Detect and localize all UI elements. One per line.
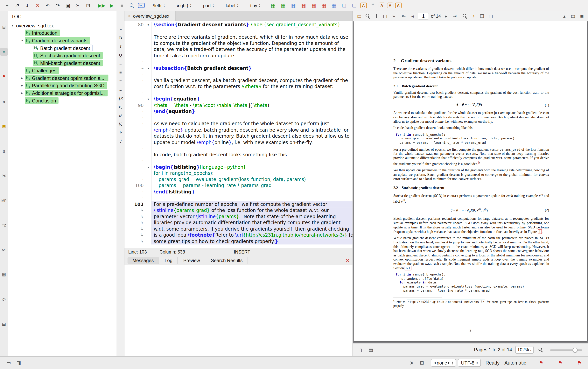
left-delimiter-dropdown[interactable]: \left(▴▾: [152, 1, 166, 10]
fontsize-dropdown[interactable]: tiny▴▾: [249, 1, 261, 10]
reference-dropdown[interactable]: label▴▾: [224, 1, 239, 10]
cut-column-icon[interactable]: ▦: [320, 1, 328, 10]
editor-line-text[interactable]: There are three variants of gradient des…: [152, 34, 352, 40]
editor-line-text[interactable]: \begin{lstlisting}[language=python]: [152, 164, 352, 170]
add-column-icon[interactable]: ▦: [289, 1, 298, 10]
editor-line[interactable]: ·: [124, 195, 352, 201]
editor-line[interactable]: ·: [124, 90, 352, 96]
editor-line-text[interactable]: \theta = \theta - \eta \cdot \nabla_\the…: [152, 102, 352, 109]
magnifier-tool-icon[interactable]: [365, 12, 371, 20]
compile-icon[interactable]: ▶: [108, 1, 116, 10]
remove-row-icon[interactable]: ▦: [299, 1, 308, 10]
editor-line[interactable]: cost function w.r.t. to the parameters $…: [124, 84, 352, 90]
toc-root-item[interactable]: ▾overview_sgd.tex: [8, 22, 116, 29]
editor-line-text[interactable]: \begin{equation}: [152, 96, 352, 102]
fold-marker-icon[interactable]: ▾: [145, 96, 151, 102]
editor-line-text[interactable]: In code, batch gradient descent looks so…: [152, 152, 352, 158]
editor-line-text[interactable]: params_grad = evaluate_gradient(loss_fun…: [152, 176, 352, 183]
fold-marker-icon[interactable]: ▾: [145, 65, 151, 71]
editor-line-text[interactable]: \emph{one} update, batch gradient descen…: [152, 127, 352, 133]
toc-item[interactable]: H1Challenges: [8, 67, 116, 74]
editor-line-text[interactable]: As we need to calculate the gradients fo…: [152, 121, 352, 127]
editor-line[interactable]: ·: [124, 59, 352, 65]
editor-line[interactable]: –In code, batch gradient descent looks s…: [124, 152, 352, 158]
editor-line-text[interactable]: \subsection{Batch gradient descent}: [152, 65, 352, 71]
editor-line[interactable]: ·\end{equation}: [124, 108, 352, 114]
structure-panel-icon[interactable]: ≡: [0, 48, 8, 56]
editor-line-text[interactable]: [152, 59, 352, 65]
include-file-icon[interactable]: ❏: [340, 1, 348, 10]
sectioning-dropdown[interactable]: part▴▾: [202, 1, 215, 10]
editor-line-text[interactable]: for i in range(nb_epochs):: [152, 170, 352, 176]
underline-icon[interactable]: U: [117, 52, 124, 58]
editor-line[interactable]: time it takes to perform an update.: [124, 53, 352, 59]
tree-arrow-icon[interactable]: ▾: [20, 39, 25, 42]
editor-line[interactable]: 100params = params - learning_rate * par…: [124, 183, 352, 189]
pdf-ref-link[interactable]: 6.1: [405, 266, 411, 270]
build-and-view-icon[interactable]: ▶▶: [97, 1, 106, 10]
preview-panel-icon[interactable]: ⬓: [0, 320, 8, 328]
panel-tab-messages[interactable]: Messages: [128, 257, 159, 264]
close-file-icon[interactable]: ⊘: [33, 1, 41, 10]
input-file-icon[interactable]: ❏: [350, 1, 358, 10]
fold-marker-icon[interactable]: ▾: [145, 22, 151, 28]
badbox-marker-icon[interactable]: ⚑: [575, 359, 583, 367]
xy-panel-icon[interactable]: XY: [0, 296, 8, 304]
editor-line[interactable]: 80▾\section{Gradient descent variants} \…: [124, 22, 352, 28]
text-style-icon[interactable]: A: [360, 2, 367, 8]
editor-line[interactable]: ·▾\begin{lstlisting}[language=python]: [124, 164, 352, 170]
editor-line[interactable]: ·▾\begin{equation}: [124, 96, 352, 102]
sync-cursor-icon[interactable]: ⌖: [470, 12, 477, 20]
close-panel-icon[interactable]: ⊘: [345, 258, 350, 263]
pdf-page-number-field[interactable]: 1: [418, 13, 429, 20]
pdf-zoom-value[interactable]: 102% ▴▾: [515, 346, 534, 354]
editor-line-text[interactable]: libraries provide automatic differentiat…: [152, 220, 352, 226]
previous-page-icon[interactable]: ◂: [409, 12, 416, 20]
panel-tab-log[interactable]: Log: [160, 257, 178, 264]
presentation-icon[interactable]: »: [391, 12, 397, 20]
copy-icon[interactable]: ▣: [64, 1, 72, 10]
italic-icon[interactable]: I: [117, 43, 124, 50]
format-environment-icon[interactable]: A: [379, 2, 385, 8]
editor-line-text[interactable]: parameter vector \lstinline{params}. Not…: [152, 214, 352, 220]
zoom-slider-knob[interactable]: [573, 348, 578, 352]
fold-marker-icon[interactable]: ▾: [145, 164, 151, 170]
editor-line-text[interactable]: time it takes to perform an update.: [152, 53, 352, 59]
editor-line[interactable]: ↳is a good idea.\footnote{Refer to \url{…: [124, 232, 352, 238]
pdf-link[interactable]: http://cs231n.github.io/neural-networks-…: [407, 300, 485, 304]
paste-icon[interactable]: ⊡: [84, 1, 92, 10]
editor-line-text[interactable]: some great tips on how to check gradient…: [152, 238, 352, 245]
editor-line-text[interactable]: [152, 145, 352, 152]
new-file-icon[interactable]: +: [3, 1, 11, 10]
toc-item[interactable]: H2Mini-batch gradient descent: [8, 59, 116, 67]
stop-compile-icon[interactable]: ■: [118, 1, 126, 10]
editor-line-text[interactable]: update our model \emph{online}, i.e. wit…: [152, 139, 352, 145]
editor-line[interactable]: data, we make a trade-off between the ac…: [124, 46, 352, 53]
editor-line[interactable]: 90\theta = \theta - \eta \cdot \nabla_\t…: [124, 102, 352, 109]
toc-item[interactable]: ▸H1Additional strategies for optimizi...: [8, 89, 116, 97]
scroll-top-icon[interactable]: ▴: [561, 12, 568, 20]
zoom-slider[interactable]: [550, 349, 582, 350]
editor-line-text[interactable]: \section{Gradient descent variants} \lab…: [152, 22, 352, 28]
toc-item[interactable]: H2Stochastic gradient descent: [8, 52, 116, 59]
tree-arrow-icon[interactable]: ▸: [20, 76, 25, 80]
code-editor[interactable]: 80▾\section{Gradient descent variants} \…: [124, 21, 352, 248]
toc-item[interactable]: ▸H1Parallelizing and distributing SGD: [8, 82, 116, 89]
editor-line-text[interactable]: Vanilla gradient descent, aka batch grad…: [152, 77, 352, 84]
redo-icon[interactable]: ↷: [54, 1, 62, 10]
editor-line-text[interactable]: data, we make a trade-off between the ac…: [152, 46, 352, 53]
cursor-position-icon[interactable]: ➤: [408, 359, 416, 367]
editor-line[interactable]: update our model \emph{online}, i.e. wit…: [124, 139, 352, 145]
codetools-icon[interactable]: »: [117, 26, 124, 32]
editor-line[interactable]: ↳w.r.t. some parameters. If you derive t…: [124, 226, 352, 232]
zoom-stepper-icon[interactable]: ▴▾: [530, 348, 531, 352]
panel-tab-preview[interactable]: Preview: [178, 257, 205, 264]
brackets-panel-icon[interactable]: {}: [0, 147, 8, 155]
tables-panel-icon[interactable]: ▦: [0, 271, 8, 279]
pstricks-panel-icon[interactable]: PS: [0, 172, 8, 179]
comment-icon[interactable]: ❝: [369, 1, 377, 10]
panel-tab-search-results[interactable]: Search Results: [206, 257, 248, 264]
editor-line-text[interactable]: \end{equation}: [152, 108, 352, 114]
format-case-icon[interactable]: A: [387, 2, 393, 8]
math-mode-icon[interactable]: ƒx: [117, 95, 124, 101]
